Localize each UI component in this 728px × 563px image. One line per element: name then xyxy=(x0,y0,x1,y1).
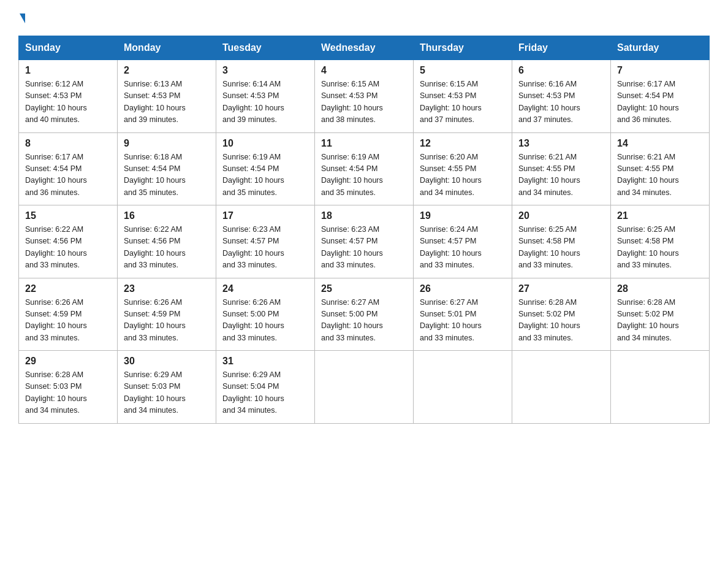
day-info: Sunrise: 6:17 AMSunset: 4:54 PMDaylight:… xyxy=(617,80,679,124)
day-number: 7 xyxy=(617,65,703,76)
day-number: 29 xyxy=(25,356,111,367)
day-info: Sunrise: 6:27 AMSunset: 5:00 PMDaylight:… xyxy=(321,298,383,342)
day-number: 30 xyxy=(124,356,210,367)
calendar-cell: 4 Sunrise: 6:15 AMSunset: 4:53 PMDayligh… xyxy=(315,60,414,133)
day-number: 4 xyxy=(321,65,407,76)
calendar-header-thursday: Thursday xyxy=(414,36,512,60)
calendar-cell: 25 Sunrise: 6:27 AMSunset: 5:00 PMDaylig… xyxy=(315,278,414,351)
calendar-week-row: 1 Sunrise: 6:12 AMSunset: 4:53 PMDayligh… xyxy=(19,60,710,133)
day-info: Sunrise: 6:29 AMSunset: 5:03 PMDaylight:… xyxy=(124,370,186,415)
day-number: 5 xyxy=(420,65,506,76)
calendar-cell xyxy=(414,351,512,424)
day-info: Sunrise: 6:15 AMSunset: 4:53 PMDaylight:… xyxy=(321,80,383,124)
calendar-cell: 5 Sunrise: 6:15 AMSunset: 4:53 PMDayligh… xyxy=(414,60,512,133)
day-info: Sunrise: 6:22 AMSunset: 4:56 PMDaylight:… xyxy=(25,225,87,269)
calendar-cell: 11 Sunrise: 6:19 AMSunset: 4:54 PMDaylig… xyxy=(315,132,414,205)
calendar-cell: 20 Sunrise: 6:25 AMSunset: 4:58 PMDaylig… xyxy=(512,205,611,278)
day-number: 23 xyxy=(124,283,210,294)
calendar-cell: 13 Sunrise: 6:21 AMSunset: 4:55 PMDaylig… xyxy=(512,132,611,205)
day-number: 25 xyxy=(321,283,407,294)
calendar-week-row: 15 Sunrise: 6:22 AMSunset: 4:56 PMDaylig… xyxy=(19,205,710,278)
logo xyxy=(18,15,25,25)
day-number: 26 xyxy=(420,283,506,294)
calendar-cell xyxy=(512,351,611,424)
day-info: Sunrise: 6:25 AMSunset: 4:58 PMDaylight:… xyxy=(617,225,679,269)
calendar-table: SundayMondayTuesdayWednesdayThursdayFrid… xyxy=(18,36,710,424)
day-info: Sunrise: 6:29 AMSunset: 5:04 PMDaylight:… xyxy=(222,370,284,415)
calendar-cell: 24 Sunrise: 6:26 AMSunset: 5:00 PMDaylig… xyxy=(216,278,315,351)
day-number: 22 xyxy=(25,283,111,294)
day-info: Sunrise: 6:12 AMSunset: 4:53 PMDaylight:… xyxy=(25,80,87,124)
calendar-cell: 30 Sunrise: 6:29 AMSunset: 5:03 PMDaylig… xyxy=(118,351,216,424)
day-info: Sunrise: 6:15 AMSunset: 4:53 PMDaylight:… xyxy=(420,80,482,124)
day-number: 9 xyxy=(124,138,210,149)
calendar-cell: 14 Sunrise: 6:21 AMSunset: 4:55 PMDaylig… xyxy=(611,132,710,205)
day-number: 17 xyxy=(222,210,308,221)
day-number: 8 xyxy=(25,138,111,149)
day-info: Sunrise: 6:21 AMSunset: 4:55 PMDaylight:… xyxy=(518,153,580,197)
day-info: Sunrise: 6:16 AMSunset: 4:53 PMDaylight:… xyxy=(518,80,580,124)
day-info: Sunrise: 6:27 AMSunset: 5:01 PMDaylight:… xyxy=(420,298,482,342)
calendar-header-friday: Friday xyxy=(512,36,611,60)
day-number: 27 xyxy=(518,283,604,294)
calendar-cell: 28 Sunrise: 6:28 AMSunset: 5:02 PMDaylig… xyxy=(611,278,710,351)
calendar-cell: 7 Sunrise: 6:17 AMSunset: 4:54 PMDayligh… xyxy=(611,60,710,133)
calendar-cell: 9 Sunrise: 6:18 AMSunset: 4:54 PMDayligh… xyxy=(118,132,216,205)
calendar-week-row: 8 Sunrise: 6:17 AMSunset: 4:54 PMDayligh… xyxy=(19,132,710,205)
day-info: Sunrise: 6:23 AMSunset: 4:57 PMDaylight:… xyxy=(222,225,284,269)
day-info: Sunrise: 6:28 AMSunset: 5:02 PMDaylight:… xyxy=(617,298,679,342)
calendar-cell: 12 Sunrise: 6:20 AMSunset: 4:55 PMDaylig… xyxy=(414,132,512,205)
day-number: 6 xyxy=(518,65,604,76)
day-number: 14 xyxy=(617,138,703,149)
day-number: 15 xyxy=(25,210,111,221)
calendar-cell: 18 Sunrise: 6:23 AMSunset: 4:57 PMDaylig… xyxy=(315,205,414,278)
day-number: 2 xyxy=(124,65,210,76)
day-info: Sunrise: 6:26 AMSunset: 5:00 PMDaylight:… xyxy=(222,298,284,342)
day-number: 20 xyxy=(518,210,604,221)
calendar-cell: 1 Sunrise: 6:12 AMSunset: 4:53 PMDayligh… xyxy=(19,60,118,133)
day-number: 24 xyxy=(222,283,308,294)
calendar-cell: 23 Sunrise: 6:26 AMSunset: 4:59 PMDaylig… xyxy=(118,278,216,351)
calendar-header-row: SundayMondayTuesdayWednesdayThursdayFrid… xyxy=(19,36,710,60)
day-number: 3 xyxy=(222,65,308,76)
calendar-cell: 16 Sunrise: 6:22 AMSunset: 4:56 PMDaylig… xyxy=(118,205,216,278)
calendar-cell: 22 Sunrise: 6:26 AMSunset: 4:59 PMDaylig… xyxy=(19,278,118,351)
logo-triangle-icon xyxy=(20,13,25,23)
day-info: Sunrise: 6:18 AMSunset: 4:54 PMDaylight:… xyxy=(124,153,186,197)
calendar-week-row: 29 Sunrise: 6:28 AMSunset: 5:03 PMDaylig… xyxy=(19,351,710,424)
calendar-header-monday: Monday xyxy=(118,36,216,60)
day-info: Sunrise: 6:28 AMSunset: 5:03 PMDaylight:… xyxy=(25,370,87,415)
calendar-cell: 29 Sunrise: 6:28 AMSunset: 5:03 PMDaylig… xyxy=(19,351,118,424)
day-info: Sunrise: 6:13 AMSunset: 4:53 PMDaylight:… xyxy=(124,80,186,124)
page-header xyxy=(18,15,710,25)
calendar-cell: 26 Sunrise: 6:27 AMSunset: 5:01 PMDaylig… xyxy=(414,278,512,351)
calendar-week-row: 22 Sunrise: 6:26 AMSunset: 4:59 PMDaylig… xyxy=(19,278,710,351)
calendar-body: 1 Sunrise: 6:12 AMSunset: 4:53 PMDayligh… xyxy=(19,60,710,424)
calendar-header-wednesday: Wednesday xyxy=(315,36,414,60)
day-number: 19 xyxy=(420,210,506,221)
day-info: Sunrise: 6:14 AMSunset: 4:53 PMDaylight:… xyxy=(222,80,284,124)
day-info: Sunrise: 6:20 AMSunset: 4:55 PMDaylight:… xyxy=(420,153,482,197)
calendar-cell: 3 Sunrise: 6:14 AMSunset: 4:53 PMDayligh… xyxy=(216,60,315,133)
day-number: 13 xyxy=(518,138,604,149)
calendar-cell: 19 Sunrise: 6:24 AMSunset: 4:57 PMDaylig… xyxy=(414,205,512,278)
day-number: 31 xyxy=(222,356,308,367)
calendar-cell: 10 Sunrise: 6:19 AMSunset: 4:54 PMDaylig… xyxy=(216,132,315,205)
calendar-cell: 2 Sunrise: 6:13 AMSunset: 4:53 PMDayligh… xyxy=(118,60,216,133)
calendar-cell: 6 Sunrise: 6:16 AMSunset: 4:53 PMDayligh… xyxy=(512,60,611,133)
calendar-header-tuesday: Tuesday xyxy=(216,36,315,60)
day-number: 21 xyxy=(617,210,703,221)
day-number: 16 xyxy=(124,210,210,221)
day-number: 12 xyxy=(420,138,506,149)
day-info: Sunrise: 6:26 AMSunset: 4:59 PMDaylight:… xyxy=(124,298,186,342)
day-info: Sunrise: 6:21 AMSunset: 4:55 PMDaylight:… xyxy=(617,153,679,197)
calendar-cell xyxy=(611,351,710,424)
day-info: Sunrise: 6:25 AMSunset: 4:58 PMDaylight:… xyxy=(518,225,580,269)
calendar-cell: 21 Sunrise: 6:25 AMSunset: 4:58 PMDaylig… xyxy=(611,205,710,278)
calendar-header-saturday: Saturday xyxy=(611,36,710,60)
day-info: Sunrise: 6:19 AMSunset: 4:54 PMDaylight:… xyxy=(321,153,383,197)
day-info: Sunrise: 6:26 AMSunset: 4:59 PMDaylight:… xyxy=(25,298,87,342)
calendar-cell: 17 Sunrise: 6:23 AMSunset: 4:57 PMDaylig… xyxy=(216,205,315,278)
day-info: Sunrise: 6:22 AMSunset: 4:56 PMDaylight:… xyxy=(124,225,186,269)
day-number: 18 xyxy=(321,210,407,221)
